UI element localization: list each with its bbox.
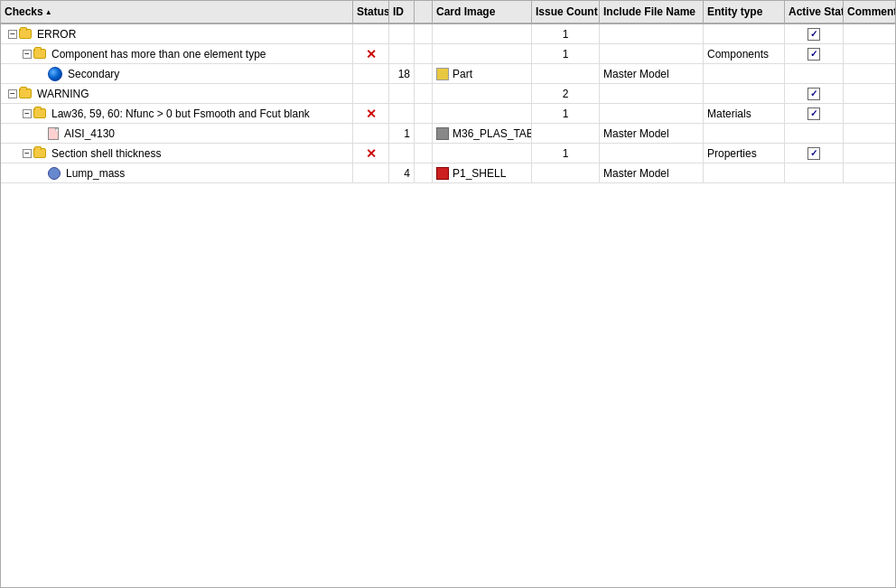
active-status-checkbox[interactable] (807, 147, 820, 160)
cell-cardimage (433, 44, 532, 63)
cell-entitytype: Components (704, 44, 785, 63)
cell-globe (415, 124, 433, 143)
table-row[interactable]: −Law36, 59, 60: Nfunc > 0 but Fsmooth an… (1, 104, 895, 124)
cell-includefilename: Master Model (600, 124, 704, 143)
active-status-checkbox[interactable] (807, 88, 820, 100)
table-row[interactable]: Lump_mass4P1_SHELLMaster Model (1, 163, 895, 183)
card-image-swatch (436, 68, 449, 80)
error-icon: ✕ (366, 107, 377, 120)
folder-icon (33, 148, 46, 158)
cell-includefilename (600, 144, 704, 163)
cell-issuecount: 1 (532, 104, 600, 123)
cell-issuecount: 2 (532, 84, 600, 103)
cell-issuecount: 1 (532, 144, 600, 163)
cell-id (389, 44, 415, 63)
tree-expander[interactable]: − (8, 30, 17, 39)
cell-entitytype (704, 124, 785, 143)
error-icon: ✕ (366, 48, 377, 61)
folder-icon (19, 29, 32, 39)
table-row[interactable]: −Section shell thickness✕1Properties (1, 144, 895, 163)
cell-globe (415, 84, 433, 103)
header-entitytype: Entity type (704, 1, 785, 23)
row-label: Lump_mass (66, 167, 125, 180)
cell-comments (844, 64, 896, 83)
cell-id (389, 144, 415, 163)
cell-includefilename: Master Model (600, 163, 704, 182)
cell-id (389, 84, 415, 103)
folder-icon (19, 89, 32, 98)
cell-comments (844, 144, 896, 163)
cell-entitytype (704, 84, 785, 103)
row-label: Secondary (68, 68, 119, 80)
card-image-swatch (436, 127, 449, 140)
header-status: Status (353, 1, 389, 23)
cell-cardimage (433, 144, 532, 163)
cell-includefilename (600, 24, 704, 43)
row-label: Law36, 59, 60: Nfunc > 0 but Fsmooth and… (51, 107, 310, 120)
cell-cardimage: M36_PLAS_TAB (433, 124, 532, 143)
sort-arrow: ▲ (45, 8, 52, 16)
cell-status (353, 24, 389, 43)
cell-includefilename (600, 84, 704, 103)
cell-activestatus (785, 64, 844, 83)
cell-activestatus (785, 104, 844, 123)
cell-issuecount: 1 (532, 44, 600, 63)
cell-issuecount: 1 (532, 24, 600, 43)
table-row[interactable]: AISI_41301M36_PLAS_TABMaster Model (1, 124, 895, 144)
cell-checks: −Law36, 59, 60: Nfunc > 0 but Fsmooth an… (1, 104, 353, 123)
cell-comments (844, 163, 896, 182)
cell-issuecount (532, 64, 600, 83)
cell-status (353, 64, 389, 83)
cell-issuecount (532, 124, 600, 143)
cell-globe (415, 104, 433, 123)
card-image-label: Part (453, 68, 472, 80)
table-row[interactable]: Secondary18PartMaster Model (1, 64, 895, 84)
row-label: ERROR (37, 28, 76, 41)
cell-comments (844, 84, 896, 103)
header-icon (415, 1, 433, 23)
row-label: WARNING (37, 88, 89, 100)
cell-comments (844, 104, 896, 123)
table-row[interactable]: −WARNING2 (1, 84, 895, 104)
cell-globe (415, 64, 433, 83)
active-status-checkbox[interactable] (807, 107, 820, 120)
file-icon (48, 127, 59, 140)
cell-activestatus (785, 44, 844, 63)
cell-entitytype (704, 163, 785, 182)
cell-checks: Secondary (1, 64, 353, 83)
cell-comments (844, 124, 896, 143)
cell-globe (415, 144, 433, 163)
table-row[interactable]: −Component has more than one element typ… (1, 44, 895, 64)
cell-checks: −Component has more than one element typ… (1, 44, 353, 63)
cell-includefilename (600, 104, 704, 123)
cell-id: 1 (389, 124, 415, 143)
active-status-checkbox[interactable] (807, 48, 820, 61)
tree-expander[interactable]: − (23, 149, 32, 158)
table-header: Checks ▲ Status ID Card Image Issue Coun… (1, 1, 895, 24)
cell-checks: Lump_mass (1, 163, 353, 182)
cell-globe (415, 24, 433, 43)
header-id: ID (389, 1, 415, 23)
tree-expander[interactable]: − (23, 109, 32, 118)
cell-id: 4 (389, 163, 415, 182)
table-row[interactable]: −ERROR1 (1, 24, 895, 44)
cell-includefilename (600, 44, 704, 63)
card-image-swatch (436, 167, 449, 180)
cell-cardimage (433, 84, 532, 103)
cell-status (353, 84, 389, 103)
cell-cardimage (433, 104, 532, 123)
card-image-label: P1_SHELL (453, 167, 506, 180)
tree-expander[interactable]: − (8, 89, 17, 98)
active-status-checkbox[interactable] (807, 28, 820, 41)
cell-checks: AISI_4130 (1, 124, 353, 143)
cell-comments (844, 44, 896, 63)
cell-issuecount (532, 163, 600, 182)
tree-expander[interactable]: − (23, 50, 32, 59)
header-activestatus: Active Status (785, 1, 844, 23)
row-label: Section shell thickness (51, 147, 161, 160)
cell-id (389, 24, 415, 43)
header-comments: Comments (844, 1, 896, 23)
lump-icon (48, 167, 61, 180)
cell-status (353, 124, 389, 143)
error-icon: ✕ (366, 147, 377, 160)
